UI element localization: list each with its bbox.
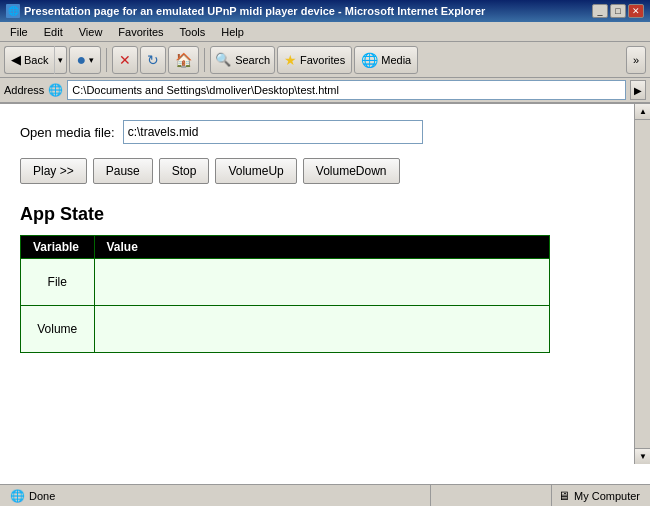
home-button[interactable]: 🏠 xyxy=(168,46,199,74)
stop-button[interactable]: Stop xyxy=(159,158,210,184)
window-title: Presentation page for an emulated UPnP m… xyxy=(24,5,485,17)
table-header-row: Variable Value xyxy=(21,236,550,259)
computer-label: My Computer xyxy=(574,490,640,502)
title-bar-left: 🌐 Presentation page for an emulated UPnP… xyxy=(6,4,485,18)
pause-button[interactable]: Pause xyxy=(93,158,153,184)
col-value-header: Value xyxy=(94,236,549,259)
open-file-input[interactable] xyxy=(123,120,423,144)
toolbar-separator-1 xyxy=(106,48,107,72)
back-button-group: ◀ Back ▾ xyxy=(4,46,67,74)
scrollbar-right[interactable]: ▲ ▼ xyxy=(634,104,650,464)
menu-tools[interactable]: Tools xyxy=(172,24,214,40)
forward-arrow-icon: ▾ xyxy=(89,55,94,65)
status-icon: 🌐 xyxy=(10,489,25,503)
status-computer-section: 🖥 My Computer xyxy=(551,485,646,506)
file-value xyxy=(94,259,549,306)
menu-edit[interactable]: Edit xyxy=(36,24,71,40)
state-table: Variable Value File Volume xyxy=(20,235,550,353)
back-dropdown-button[interactable]: ▾ xyxy=(54,46,67,74)
search-button-group[interactable]: 🔍 Search xyxy=(210,46,275,74)
more-icon: » xyxy=(633,54,639,66)
scroll-down-arrow[interactable]: ▼ xyxy=(635,448,650,464)
favorites-button[interactable]: ★ Favorites xyxy=(277,46,352,74)
address-input[interactable] xyxy=(67,80,626,100)
back-label: Back xyxy=(24,54,48,66)
table-row: Volume xyxy=(21,306,550,353)
close-button[interactable]: ✕ xyxy=(628,4,644,18)
maximize-button[interactable]: □ xyxy=(610,4,626,18)
scroll-track xyxy=(635,120,650,448)
volume-down-button[interactable]: VolumeDown xyxy=(303,158,400,184)
computer-icon: 🖥 xyxy=(558,489,570,503)
volume-variable: Volume xyxy=(21,306,95,353)
toolbar: ◀ Back ▾ ● ▾ ✕ ↻ 🏠 🔍 Search ★ Favorites … xyxy=(0,42,650,78)
file-variable: File xyxy=(21,259,95,306)
forward-button[interactable]: ● ▾ xyxy=(69,46,101,74)
menu-bar: File Edit View Favorites Tools Help xyxy=(0,22,650,42)
menu-view[interactable]: View xyxy=(71,24,111,40)
stop-button[interactable]: ✕ xyxy=(112,46,138,74)
volume-value xyxy=(94,306,549,353)
media-icon: 🌐 xyxy=(361,52,378,68)
toolbar-separator-2 xyxy=(204,48,205,72)
refresh-button[interactable]: ↻ xyxy=(140,46,166,74)
back-button[interactable]: ◀ Back xyxy=(4,46,54,74)
title-bar: 🌐 Presentation page for an emulated UPnP… xyxy=(0,0,650,22)
open-file-row: Open media file: xyxy=(20,120,630,144)
col-variable-header: Variable xyxy=(21,236,95,259)
address-bar-icon: 🌐 xyxy=(48,83,63,97)
media-button[interactable]: 🌐 Media xyxy=(354,46,418,74)
stop-icon: ✕ xyxy=(119,52,131,68)
open-file-label: Open media file: xyxy=(20,125,115,140)
forward-icon: ● xyxy=(76,51,86,69)
table-row: File xyxy=(21,259,550,306)
minimize-button[interactable]: _ xyxy=(592,4,608,18)
toolbar-more-button[interactable]: » xyxy=(626,46,646,74)
content-area: Open media file: Play >> Pause Stop Volu… xyxy=(0,104,650,484)
volume-up-button[interactable]: VolumeUp xyxy=(215,158,296,184)
app-state-section: App State Variable Value File Volume xyxy=(20,204,630,353)
title-bar-controls: _ □ ✕ xyxy=(592,4,644,18)
content-inner: Open media file: Play >> Pause Stop Volu… xyxy=(0,104,650,484)
status-done-section: 🌐 Done xyxy=(4,485,431,506)
search-label: Search xyxy=(235,54,274,66)
ie-icon: 🌐 xyxy=(6,4,20,18)
play-button[interactable]: Play >> xyxy=(20,158,87,184)
scroll-up-arrow[interactable]: ▲ xyxy=(635,104,650,120)
toolbar-right: » xyxy=(626,46,646,74)
menu-favorites[interactable]: Favorites xyxy=(110,24,171,40)
menu-help[interactable]: Help xyxy=(213,24,252,40)
menu-file[interactable]: File xyxy=(2,24,36,40)
media-label: Media xyxy=(381,54,411,66)
search-icon: 🔍 xyxy=(211,52,235,67)
favorites-label: Favorites xyxy=(300,54,345,66)
back-arrow-icon: ◀ xyxy=(11,52,21,67)
control-buttons-row: Play >> Pause Stop VolumeUp VolumeDown xyxy=(20,158,630,184)
favorites-star-icon: ★ xyxy=(284,52,297,68)
address-bar: Address 🌐 ▶ xyxy=(0,78,650,104)
app-state-title: App State xyxy=(20,204,630,225)
refresh-icon: ↻ xyxy=(147,52,159,68)
status-bar: 🌐 Done 🖥 My Computer xyxy=(0,484,650,506)
address-label: Address xyxy=(4,84,44,96)
address-go-button[interactable]: ▶ xyxy=(630,80,646,100)
status-text: Done xyxy=(29,490,55,502)
home-icon: 🏠 xyxy=(175,52,192,68)
